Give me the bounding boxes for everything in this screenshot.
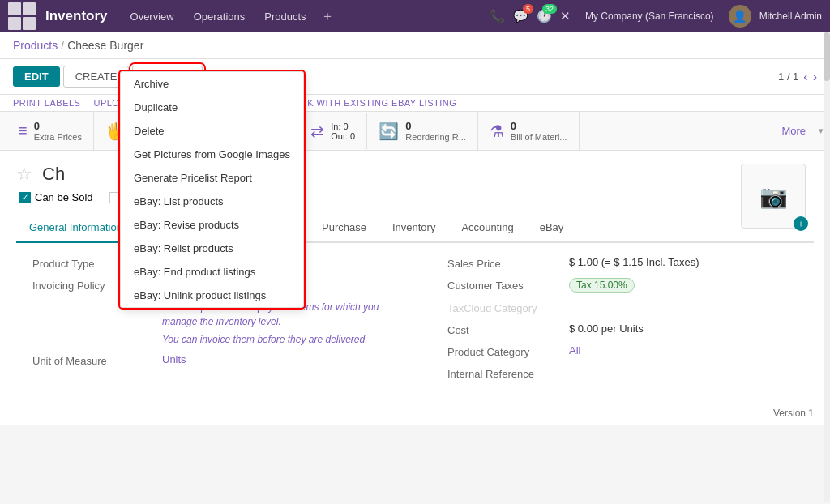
chat-badge: 5 xyxy=(523,4,533,14)
tab-purchase[interactable]: Purchase xyxy=(309,213,379,243)
in-out-button[interactable]: ⇄ In: 0 Out: 0 xyxy=(299,113,367,149)
top-navigation: Inventory Overview Operations Products ＋… xyxy=(0,0,830,32)
extra-prices-button[interactable]: ≡ 0 Extra Prices xyxy=(6,112,94,150)
unit-of-measure-row: Unit of Measure Units xyxy=(32,353,383,367)
apps-menu-icon[interactable] xyxy=(8,2,36,30)
close-icon: ✕ xyxy=(560,9,571,23)
menu-item-ebay-list[interactable]: eBay: List products xyxy=(121,190,303,213)
menu-item-ebay-relist[interactable]: eBay: Relist products xyxy=(121,237,303,260)
tab-ebay[interactable]: eBay xyxy=(527,213,577,243)
list-icon: ≡ xyxy=(18,122,28,140)
product-category-row: Product Category All xyxy=(447,344,798,358)
product-name[interactable]: Ch xyxy=(42,164,65,185)
customer-taxes-label: Customer Taxes xyxy=(447,278,569,292)
product-category-label: Product Category xyxy=(447,344,569,358)
bom-count: 0 xyxy=(511,120,567,132)
sales-price-label: Sales Price xyxy=(447,256,569,270)
customer-taxes-row: Customer Taxes Tax 15.00% xyxy=(447,278,798,293)
cost-row: Cost $ 0.00 per Units xyxy=(447,322,798,336)
edit-button[interactable]: EDIT xyxy=(13,66,60,87)
extra-prices-label: Extra Prices xyxy=(34,132,82,142)
version-row: Version 1 xyxy=(0,401,830,425)
close-icon-wrap[interactable]: ✕ xyxy=(560,9,571,23)
taxcloud-row: TaxCloud Category xyxy=(447,301,798,314)
internal-reference-row: Internal Reference xyxy=(447,366,798,380)
sold-checkbox-box: ✓ xyxy=(19,192,31,203)
pagination-text: 1 / 1 xyxy=(778,70,798,83)
cost-value[interactable]: $ 0.00 per Units xyxy=(569,322,644,335)
nav-operations[interactable]: Operations xyxy=(187,7,252,26)
flask-icon: ⚗ xyxy=(490,122,504,141)
phone-icon-wrap[interactable]: 📞 xyxy=(490,9,505,23)
tab-inventory[interactable]: Inventory xyxy=(379,213,448,243)
nav-overview[interactable]: Overview xyxy=(124,7,181,26)
link-ebay-button[interactable]: LINK WITH EXISTING EBAY LISTING xyxy=(293,98,457,108)
in-count: In: 0 xyxy=(331,122,355,131)
reordering-label: Reordering R... xyxy=(405,132,466,142)
avatar[interactable]: 👤 xyxy=(729,5,751,28)
nav-icons: 📞 💬 5 🕐 32 ✕ My Company (San Francisco) … xyxy=(490,5,822,28)
prev-page-icon[interactable]: ‹ xyxy=(803,70,807,84)
camera-icon: 📷 xyxy=(759,183,788,210)
sales-price-value[interactable]: $ 1.00 (= $ 1.15 Incl. Taxes) xyxy=(569,256,700,268)
breadcrumb-current: Cheese Burger xyxy=(67,39,143,52)
sales-price-row: Sales Price $ 1.00 (= $ 1.15 Incl. Taxes… xyxy=(447,256,798,270)
menu-item-ebay-revise[interactable]: eBay: Revise products xyxy=(121,213,303,237)
can-be-sold-checkbox[interactable]: ✓ Can be Sold xyxy=(19,191,93,203)
clock-badge: 32 xyxy=(542,4,557,14)
next-page-icon[interactable]: › xyxy=(813,70,817,84)
menu-item-delete[interactable]: Delete xyxy=(121,119,303,143)
action-dropdown-menu: Archive Duplicate Delete Get Pictures fr… xyxy=(120,71,304,308)
refresh-icon: 🔄 xyxy=(379,122,399,141)
reordering-button[interactable]: 🔄 0 Reordering R... xyxy=(367,112,478,150)
rented-checkbox-box xyxy=(109,192,121,203)
clock-icon-wrap[interactable]: 🕐 32 xyxy=(537,9,552,23)
nav-add-icon[interactable]: ＋ xyxy=(321,8,334,25)
unit-of-measure-value[interactable]: Units xyxy=(162,353,186,365)
menu-item-get-pictures[interactable]: Get Pictures from Google Images xyxy=(121,143,303,166)
more-button[interactable]: More xyxy=(768,117,819,145)
extra-prices-count: 0 xyxy=(34,120,82,132)
menu-item-duplicate[interactable]: Duplicate xyxy=(121,96,303,119)
menu-item-generate-pricelist[interactable]: Generate Pricelist Report xyxy=(121,166,303,190)
star-icon[interactable]: ☆ xyxy=(16,164,32,185)
invoicing-note-2: You can invoice them before they are del… xyxy=(162,332,383,347)
menu-item-ebay-unlink[interactable]: eBay: Unlink product listings xyxy=(121,284,303,307)
pagination: 1 / 1 ‹ › xyxy=(778,70,817,84)
user-name: Mitchell Admin xyxy=(759,11,822,22)
breadcrumb-parent[interactable]: Products xyxy=(13,39,58,52)
cost-label: Cost xyxy=(447,322,569,336)
reordering-count: 0 xyxy=(405,120,466,132)
nav-products[interactable]: Products xyxy=(258,7,312,26)
out-count: Out: 0 xyxy=(331,131,355,141)
company-name: My Company (San Francisco) xyxy=(585,11,714,22)
menu-item-archive[interactable]: Archive xyxy=(121,72,303,96)
taxcloud-label: TaxCloud Category xyxy=(447,301,569,314)
add-photo-badge: ＋ xyxy=(794,216,808,231)
brand-name: Inventory xyxy=(45,8,108,24)
can-be-sold-label: Can be Sold xyxy=(35,191,93,203)
bom-label: Bill of Materi... xyxy=(511,132,567,142)
breadcrumb-separator: / xyxy=(61,39,64,52)
internal-reference-label: Internal Reference xyxy=(447,366,569,380)
print-labels-button[interactable]: PRINT LABELS xyxy=(13,98,80,108)
arrows-icon: ⇄ xyxy=(310,122,324,141)
version-text: Version 1 xyxy=(773,408,814,419)
bom-button[interactable]: ⚗ 0 Bill of Materi... xyxy=(478,112,580,150)
breadcrumb: Products / Cheese Burger xyxy=(0,32,830,59)
tab-general-information[interactable]: General Information xyxy=(16,213,135,243)
scrollbar-thumb[interactable] xyxy=(824,32,830,81)
tab-accounting[interactable]: Accounting xyxy=(448,213,526,243)
product-category-value[interactable]: All xyxy=(569,344,580,357)
photo-upload-area[interactable]: 📷 ＋ xyxy=(741,164,806,229)
scrollbar[interactable] xyxy=(824,32,830,425)
customer-taxes-badge[interactable]: Tax 15.00% xyxy=(569,278,635,293)
chat-icon-wrap[interactable]: 💬 5 xyxy=(513,9,528,23)
form-right-column: Sales Price $ 1.00 (= $ 1.15 Incl. Taxes… xyxy=(431,256,814,388)
unit-of-measure-label: Unit of Measure xyxy=(32,353,162,367)
phone-icon: 📞 xyxy=(490,9,505,23)
menu-item-ebay-end[interactable]: eBay: End product listings xyxy=(121,260,303,284)
